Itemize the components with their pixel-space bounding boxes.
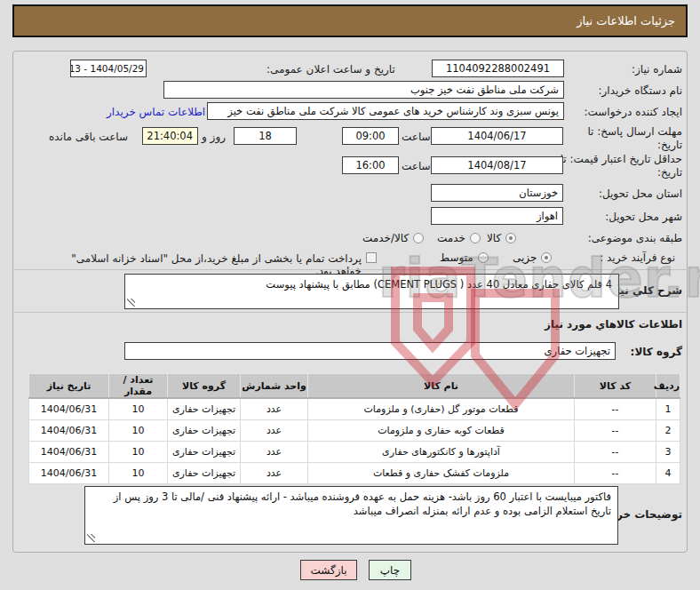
reply-deadline-time-field[interactable]: 09:00 — [342, 127, 399, 145]
process-type-option-medium[interactable]: متوسط — [440, 251, 489, 264]
creator-field[interactable]: یونس سبزی وند کارشناس خرید های عمومی کال… — [207, 102, 564, 120]
cell-item-name: آداپتورها و کانکتورهای حفاری — [308, 441, 575, 462]
radio-label: کالا/خدمت — [362, 232, 409, 244]
col-header-unit: واحد شمارش — [241, 374, 308, 399]
radio-label: جزیی — [513, 251, 537, 264]
classification-option-service[interactable]: خدمت — [437, 232, 481, 244]
cell-unit: عدد — [241, 462, 308, 483]
cell-need-date: 1404/06/31 — [29, 462, 109, 483]
col-header-item-code: کد کالا — [575, 374, 656, 399]
radio-selected-icon[interactable] — [505, 233, 516, 243]
radio-label: کالا — [487, 232, 501, 244]
announce-label: تاریخ و ساعت اعلان عمومی: — [266, 63, 395, 76]
cell-unit: عدد — [241, 419, 308, 441]
cell-item-name: قطعات موتور گل (حفاری) و ملزومات — [308, 398, 575, 419]
cell-row-number: 3 — [656, 441, 680, 462]
goods-group-label: گروه کالا: — [631, 346, 682, 358]
remaining-days-label: روز و — [202, 131, 226, 143]
col-header-item-name: نام کالا — [308, 374, 575, 399]
page-title: جزئیات اطلاعات نیاز — [577, 14, 675, 28]
goods-table-header-row: ردیف کد کالا نام کالا واحد شمارش گروه کا… — [29, 374, 680, 399]
description-text: 4 قلم کالای حفاری معادل 40 عدد ( CEMENT … — [266, 278, 612, 291]
cell-row-number: 2 — [656, 419, 680, 441]
cell-unit: عدد — [241, 398, 308, 419]
table-row: 4 -- ملزومات کفشک حفاری و قطعات عدد تجهی… — [29, 462, 680, 483]
cell-row-number: 1 — [656, 398, 680, 419]
reply-deadline-hour-label: ساعت — [402, 131, 431, 143]
back-button[interactable]: بازگشت — [300, 560, 357, 580]
announce-datetime-field[interactable]: 1404/05/29 - 10:13 — [70, 60, 147, 77]
classification-label: طبقه بندی موضوعی: — [588, 232, 682, 244]
resize-grip-icon[interactable] — [87, 534, 95, 542]
need-details-page: جزئیات اطلاعات نیاز شماره نیاز: 11040922… — [0, 0, 700, 590]
cell-quantity: 10 — [109, 398, 168, 419]
col-header-quantity: تعداد / مقدار — [109, 374, 168, 399]
buyer-notes-text: فاکتور میبایست با اعتبار 60 روز باشد- هز… — [114, 490, 611, 517]
need-number-label: شماره نیاز: — [632, 63, 682, 76]
col-header-need-date: تاریخ نیاز — [29, 374, 109, 399]
goods-table: ردیف کد کالا نام کالا واحد شمارش گروه کا… — [28, 373, 680, 484]
print-button[interactable]: چاپ — [369, 560, 411, 580]
description-textarea[interactable]: 4 قلم کالای حفاری معادل 40 عدد ( CEMENT … — [124, 274, 619, 309]
price-validity-date-field[interactable]: 1404/08/17 — [431, 156, 563, 174]
treasury-checkbox[interactable] — [366, 252, 377, 263]
radio-icon[interactable] — [470, 233, 481, 243]
cell-item-code: -- — [575, 441, 656, 462]
classification-option-goods-service[interactable]: کالا/خدمت — [362, 232, 424, 244]
goods-group-field[interactable]: تجهیزات حفاری — [124, 342, 616, 360]
cell-need-date: 1404/06/31 — [29, 398, 109, 419]
cell-unit: عدد — [241, 441, 308, 462]
radio-label: متوسط — [440, 251, 473, 264]
table-row: 3 -- آداپتورها و کانکتورهای حفاری عدد تج… — [29, 441, 680, 462]
title-bar: جزئیات اطلاعات نیاز — [12, 4, 688, 37]
radio-icon[interactable] — [413, 233, 424, 243]
buyer-org-field[interactable]: شرکت ملی مناطق نفت خیز جنوب — [163, 81, 564, 99]
cell-item-name: قطعات کوبه حفاری و ملزومات — [308, 419, 575, 441]
province-field[interactable]: خوزستان — [431, 184, 563, 202]
radio-label: خدمت — [437, 232, 465, 244]
buyer-contact-link[interactable]: اطلاعات تماس خریدار — [107, 106, 205, 118]
reply-deadline-label: مهلت ارسال پاسخ: تا تاریخ: — [577, 125, 682, 152]
buyer-notes-textarea[interactable]: فاکتور میبایست با اعتبار 60 روز باشد- هز… — [84, 486, 618, 545]
section-divider — [12, 312, 688, 313]
cell-item-code: -- — [575, 419, 656, 441]
cell-quantity: 10 — [109, 462, 168, 483]
remaining-time-field: 21:40:04 — [142, 127, 198, 145]
classification-option-goods[interactable]: کالا — [487, 232, 516, 244]
cell-group: تجهیزات حفاری — [168, 398, 241, 419]
buyer-org-label: نام دستگاه خریدار: — [599, 84, 683, 97]
cell-need-date: 1404/06/31 — [29, 441, 109, 462]
goods-section-heading: اطلاعات کالاهاي مورد نیاز — [545, 318, 682, 331]
cell-group: تجهیزات حفاری — [168, 419, 241, 441]
cell-group: تجهیزات حفاری — [168, 462, 241, 483]
col-header-group: گروه کالا — [168, 374, 241, 399]
price-validity-time-field[interactable]: 16:00 — [342, 156, 399, 174]
cell-need-date: 1404/06/31 — [29, 419, 109, 441]
remaining-hours-label: ساعت باقی مانده — [49, 131, 128, 143]
radio-icon[interactable] — [478, 252, 489, 263]
creator-label: ایجاد کننده درخواست: — [584, 106, 682, 118]
cell-row-number: 4 — [656, 462, 680, 483]
col-header-row-number: ردیف — [656, 374, 680, 399]
resize-grip-icon[interactable] — [127, 299, 135, 307]
price-validity-hour-label: ساعت — [402, 160, 431, 172]
cell-item-name: ملزومات کفشک حفاری و قطعات — [308, 462, 575, 483]
cell-quantity: 10 — [109, 419, 168, 441]
cell-group: تجهیزات حفاری — [168, 441, 241, 462]
section-divider — [12, 269, 688, 270]
cell-quantity: 10 — [109, 441, 168, 462]
process-type-option-minor[interactable]: جزیی — [513, 251, 552, 264]
city-label: شهر محل تحویل: — [605, 211, 682, 223]
cell-item-code: -- — [575, 398, 656, 419]
table-row: 1 -- قطعات موتور گل (حفاری) و ملزومات عد… — [29, 398, 680, 419]
need-number-field[interactable]: 1104092288002491 — [432, 60, 564, 77]
radio-selected-icon[interactable] — [541, 252, 552, 263]
process-type-label: نوع فرآیند خرید : — [600, 251, 675, 264]
reply-deadline-date-field[interactable]: 1404/06/17 — [431, 127, 563, 145]
province-label: استان محل تحویل: — [599, 187, 682, 200]
remaining-days-field[interactable]: 18 — [234, 127, 297, 145]
city-field[interactable]: اهواز — [431, 207, 563, 225]
cell-item-code: -- — [575, 462, 656, 483]
price-validity-label: حداقل تاریخ اعتبار قیمت: تا تاریخ: — [558, 153, 682, 179]
table-row: 2 -- قطعات کوبه حفاری و ملزومات عدد تجهی… — [29, 419, 680, 441]
